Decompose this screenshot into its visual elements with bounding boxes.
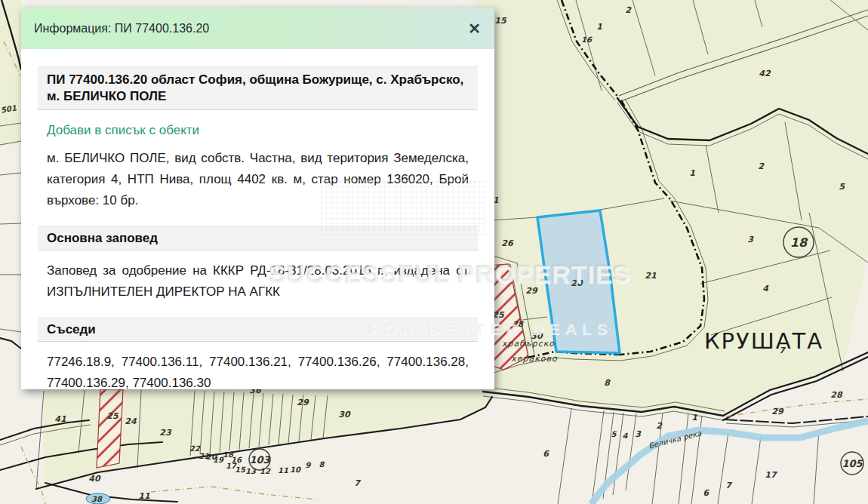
svg-text:2: 2 <box>656 421 663 431</box>
svg-text:23: 23 <box>159 428 172 438</box>
add-to-list-link[interactable]: Добави в списък с обекти <box>47 123 469 138</box>
neighbours-text: 77246.18.9, 77400.136.11, 77400.136.21, … <box>38 352 478 394</box>
svg-text:18: 18 <box>790 235 808 250</box>
svg-text:1: 1 <box>596 22 602 32</box>
svg-text:2: 2 <box>758 161 765 171</box>
section-heading-neighbours: Съседи <box>38 318 478 342</box>
svg-text:8: 8 <box>319 460 325 469</box>
popup-title: Информация: ПИ 77400.136.20 <box>34 22 209 35</box>
svg-text:КРУШАТА: КРУШАТА <box>704 328 823 354</box>
svg-text:11: 11 <box>278 466 288 475</box>
svg-text:6: 6 <box>703 488 709 498</box>
svg-text:13: 13 <box>245 467 257 475</box>
info-popup: Информация: ПИ 77400.136.20 ✕ ПИ 77400.1… <box>21 8 494 389</box>
svg-text:28: 28 <box>830 390 843 400</box>
svg-text:29: 29 <box>297 398 309 407</box>
svg-text:7: 7 <box>725 481 732 490</box>
svg-text:41: 41 <box>54 414 66 424</box>
popup-body: ПИ 77400.136.20 област София, община Бож… <box>21 66 494 394</box>
svg-text:5: 5 <box>611 430 617 438</box>
svg-text:42: 42 <box>759 69 771 78</box>
svg-text:105: 105 <box>842 458 863 469</box>
svg-text:15: 15 <box>235 466 246 474</box>
order-text: Заповед за одобрение на КККР РД-18-31/28… <box>38 260 478 303</box>
svg-text:2: 2 <box>625 5 632 15</box>
svg-text:16: 16 <box>581 35 593 44</box>
svg-text:40: 40 <box>88 474 101 484</box>
svg-text:храбърско: храбърско <box>502 339 555 349</box>
svg-text:24: 24 <box>125 416 137 426</box>
section-heading-order: Основна заповед <box>38 226 478 250</box>
svg-text:29: 29 <box>525 286 538 296</box>
svg-text:3: 3 <box>635 429 642 439</box>
parcel-description: м. БЕЛИЧКО ПОЛЕ, вид собств. Частна, вид… <box>38 148 478 211</box>
svg-text:6: 6 <box>543 449 549 459</box>
svg-text:1: 1 <box>691 413 697 423</box>
svg-text:29: 29 <box>771 407 784 416</box>
svg-text:25: 25 <box>106 411 119 421</box>
svg-text:7: 7 <box>354 478 361 488</box>
svg-text:30: 30 <box>338 410 351 419</box>
cadastre-app: 1512164212511262925283020213478123456292… <box>0 0 868 504</box>
svg-text:4: 4 <box>623 432 629 440</box>
svg-text:16: 16 <box>231 456 242 464</box>
svg-text:11: 11 <box>138 491 150 501</box>
svg-text:28: 28 <box>512 320 524 328</box>
svg-text:8: 8 <box>604 378 611 388</box>
svg-text:20: 20 <box>571 278 583 288</box>
svg-text:хераково: хераково <box>511 354 558 364</box>
svg-text:38: 38 <box>91 495 103 503</box>
close-icon[interactable]: ✕ <box>468 21 481 36</box>
svg-text:1: 1 <box>689 168 695 178</box>
svg-text:26: 26 <box>501 238 514 248</box>
svg-text:15: 15 <box>494 16 507 26</box>
svg-text:3: 3 <box>747 235 754 244</box>
popup-header: Информация: ПИ 77400.136.20 ✕ <box>21 8 494 49</box>
svg-text:9: 9 <box>306 461 312 469</box>
parcel-title: ПИ 77400.136.20 област София, община Бож… <box>38 66 478 110</box>
svg-text:103: 103 <box>249 454 270 466</box>
svg-text:17: 17 <box>765 470 777 480</box>
svg-text:21: 21 <box>645 271 657 281</box>
svg-text:5: 5 <box>839 182 845 192</box>
svg-text:10: 10 <box>290 466 301 474</box>
svg-text:4: 4 <box>762 284 769 293</box>
